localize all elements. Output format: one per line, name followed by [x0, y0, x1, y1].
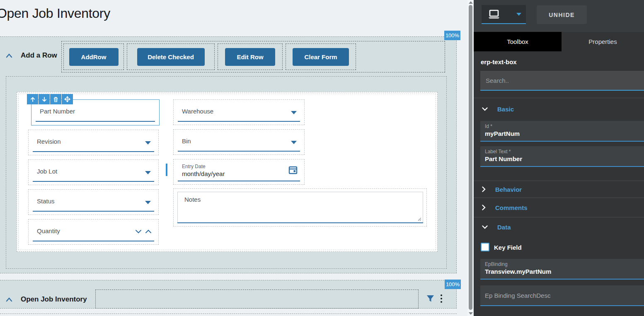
id-field[interactable]: Id * — [480, 121, 644, 142]
dropdown-caret-icon[interactable] — [145, 201, 151, 204]
dropdown-caret-icon[interactable] — [145, 141, 151, 145]
laptop-icon — [488, 10, 500, 19]
group-behavior-label: Behavior — [495, 186, 522, 193]
field-underline — [178, 121, 300, 122]
group-data[interactable]: Data — [474, 217, 644, 237]
ep-binding-search-desc-input[interactable] — [485, 285, 638, 305]
field-underline — [33, 241, 154, 241]
drop-indicator — [166, 164, 167, 176]
toolbar-cell[interactable]: Clear Form — [286, 43, 356, 70]
quantity-field[interactable]: Quantity — [28, 219, 159, 245]
tab-toolbox[interactable]: Toolbox — [474, 32, 562, 51]
add-a-row-title: Add a Row — [21, 51, 57, 60]
bin-field[interactable]: Bin — [173, 129, 305, 155]
scrollbar-thumb[interactable] — [469, 5, 472, 310]
addrow-button[interactable]: AddRow — [69, 48, 119, 66]
filter-icon[interactable] — [426, 295, 434, 302]
job-lot-label: Job Lot — [37, 168, 57, 175]
warehouse-field[interactable]: Warehouse — [173, 99, 305, 125]
part-number-label: Part Number — [40, 108, 75, 115]
bin-label: Bin — [182, 137, 191, 145]
toolbar-cell[interactable]: AddRow — [63, 43, 124, 70]
unhide-button[interactable]: UNHIDE — [537, 5, 587, 24]
zoom-badge-top: 100% — [444, 31, 460, 40]
revision-label: Revision — [37, 138, 61, 145]
chevron-down-icon — [482, 225, 488, 229]
collapse-chevron-icon[interactable] — [6, 297, 12, 302]
ep-binding-search-desc-field[interactable] — [480, 285, 644, 306]
app-studio-designer: Open Job Inventory 100% Add a Row AddRow… — [0, 0, 644, 316]
move-icon[interactable] — [62, 94, 73, 104]
next-section-edge — [0, 314, 457, 316]
field-underline — [33, 151, 154, 152]
calendar-icon[interactable] — [288, 165, 298, 174]
label-text-label: Label Text * — [485, 149, 511, 154]
scroll-up-icon[interactable] — [469, 1, 473, 4]
grid-section-title: Open Job Inventory — [21, 295, 87, 304]
chevron-right-icon — [482, 186, 486, 192]
edit-row-button[interactable]: Edit Row — [225, 48, 275, 66]
resize-grip-icon[interactable] — [417, 217, 421, 221]
id-input[interactable] — [485, 130, 638, 137]
delete-checked-button[interactable]: Delete Checked — [137, 48, 205, 66]
search-input[interactable] — [480, 71, 644, 91]
key-field-checkbox[interactable] — [481, 243, 489, 251]
field-underline — [33, 211, 154, 212]
ep-binding-label: EpBinding — [485, 261, 508, 267]
chevron-down-icon — [482, 107, 488, 111]
status-field[interactable]: Status — [28, 189, 159, 215]
component-toolbar — [27, 94, 73, 104]
group-data-label: Data — [497, 224, 511, 231]
label-text-field[interactable]: Label Text * — [480, 146, 644, 167]
move-down-icon[interactable] — [39, 94, 50, 104]
chevron-right-icon — [482, 205, 486, 210]
delete-icon[interactable] — [50, 94, 61, 104]
quantity-label: Quantity — [37, 227, 60, 234]
component-type-label: erp-text-box — [481, 58, 517, 65]
move-up-icon[interactable] — [27, 94, 38, 104]
ep-binding-input[interactable] — [485, 268, 638, 275]
group-comments[interactable]: Comments — [474, 198, 644, 217]
ep-binding-field[interactable]: EpBinding — [480, 259, 644, 280]
group-basic-label: Basic — [497, 106, 514, 113]
zoom-badge-bottom: 100% — [445, 280, 461, 289]
notes-textarea[interactable]: Notes — [177, 192, 423, 223]
field-underline — [36, 121, 155, 122]
divider — [474, 98, 644, 98]
revision-field[interactable]: Revision — [28, 130, 159, 155]
notes-field[interactable]: Notes — [173, 188, 427, 227]
canvas-scrollbar[interactable] — [467, 0, 474, 316]
collapse-chevron-icon[interactable] — [6, 53, 12, 58]
dropdown-caret-icon[interactable] — [291, 141, 297, 144]
notes-label: Notes — [184, 196, 201, 203]
group-comments-label: Comments — [495, 204, 528, 211]
scroll-down-icon[interactable] — [469, 312, 473, 315]
grid-empty-slot[interactable] — [95, 289, 419, 309]
key-field-label: Key Field — [494, 244, 522, 251]
kebab-menu-icon[interactable] — [441, 294, 443, 304]
tab-properties[interactable]: Properties — [562, 32, 644, 51]
stepper-down-icon[interactable] — [135, 229, 142, 234]
dropdown-caret-icon[interactable] — [145, 171, 151, 174]
status-label: Status — [37, 198, 55, 205]
warehouse-label: Warehouse — [182, 108, 213, 115]
chevron-down-icon — [516, 13, 521, 16]
group-basic[interactable]: Basic — [474, 100, 644, 118]
field-underline — [178, 151, 300, 152]
entry-date-placeholder: month/day/year — [182, 170, 225, 177]
design-canvas[interactable]: Open Job Inventory 100% Add a Row AddRow… — [0, 0, 467, 316]
label-text-input[interactable] — [485, 155, 638, 162]
toolbar-cell[interactable]: Edit Row — [218, 43, 283, 70]
device-preview-select[interactable] — [482, 5, 526, 24]
clear-form-button[interactable]: Clear Form — [293, 48, 349, 66]
toolbar-cell[interactable]: Delete Checked — [127, 43, 215, 70]
entry-date-field[interactable]: Entry Date month/day/year — [173, 159, 305, 185]
job-lot-field[interactable]: Job Lot — [28, 159, 159, 185]
dropdown-caret-icon[interactable] — [291, 111, 297, 114]
field-underline — [178, 181, 300, 181]
stepper-up-icon[interactable] — [145, 229, 152, 234]
button-toolbar: AddRow Delete Checked Edit Row Clear For… — [61, 41, 445, 72]
entry-date-label: Entry Date — [182, 164, 206, 169]
group-behavior[interactable]: Behavior — [474, 181, 644, 198]
field-underline — [33, 181, 154, 182]
